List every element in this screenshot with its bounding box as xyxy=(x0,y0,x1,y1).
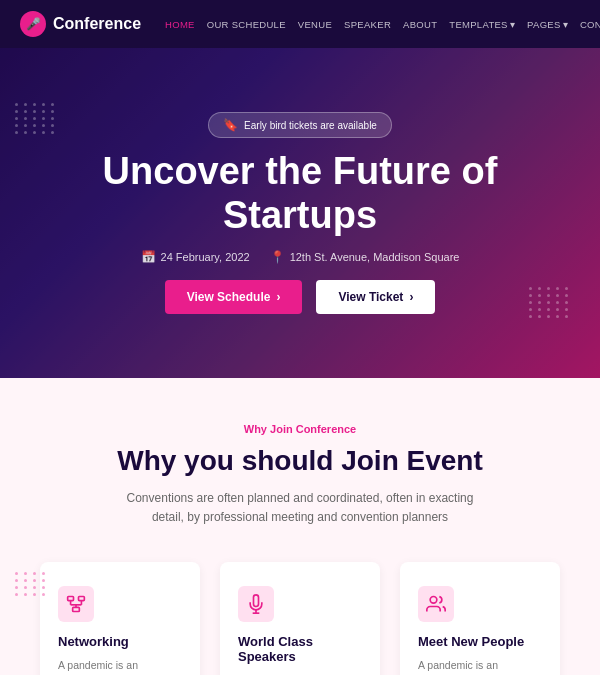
hero-section: 🔖 Early bird tickets are available Uncov… xyxy=(0,48,600,378)
badge-dot-icon: 🔖 xyxy=(223,118,238,132)
hero-location: 📍 12th St. Avenue, Maddison Square xyxy=(270,250,460,264)
nav-home[interactable]: HOME xyxy=(165,19,195,30)
svg-rect-2 xyxy=(73,608,80,612)
hero-location-text: 12th St. Avenue, Maddison Square xyxy=(290,251,460,263)
nav-about[interactable]: ABOUT xyxy=(403,19,437,30)
hero-date: 📅 24 February, 2022 xyxy=(141,250,250,264)
hero-title: Uncover the Future of Startups xyxy=(80,150,520,237)
feature-card-speakers: World Class Speakers A pandemic is an ep… xyxy=(220,562,380,675)
nav-pages[interactable]: PAGES ▾ xyxy=(527,19,568,30)
card-title-speakers: World Class Speakers xyxy=(238,634,362,664)
nav-schedule[interactable]: OUR SCHEDULE xyxy=(207,19,286,30)
section-dots-left xyxy=(15,572,47,596)
hero-dots-right xyxy=(529,287,570,318)
brand-name: Conference xyxy=(53,15,141,33)
hero-dots-left xyxy=(15,103,56,134)
nav-venue[interactable]: VENUE xyxy=(298,19,332,30)
nav-contact[interactable]: CONTACT xyxy=(580,19,600,30)
hero-meta: 📅 24 February, 2022 📍 12th St. Avenue, M… xyxy=(141,250,460,264)
hero-date-text: 24 February, 2022 xyxy=(161,251,250,263)
card-title-networking: Networking xyxy=(58,634,182,649)
card-title-people: Meet New People xyxy=(418,634,542,649)
why-title: Why you should Join Event xyxy=(40,445,560,477)
feature-cards-row: Networking A pandemic is an epidemic occ… xyxy=(40,562,560,675)
feature-card-networking: Networking A pandemic is an epidemic occ… xyxy=(40,562,200,675)
hero-buttons: View Schedule › View Ticket › xyxy=(165,280,436,314)
badge-text: Early bird tickets are available xyxy=(244,120,377,131)
people-icon xyxy=(418,586,454,622)
why-subtitle: Why Join Conference xyxy=(40,423,560,435)
networking-icon xyxy=(58,586,94,622)
location-icon: 📍 xyxy=(270,250,285,264)
nav-speaker[interactable]: SPEAKER xyxy=(344,19,391,30)
brand-icon: 🎤 xyxy=(20,11,46,37)
nav-templates[interactable]: TEMPLATES ▾ xyxy=(449,19,515,30)
svg-rect-1 xyxy=(79,597,85,601)
svg-point-9 xyxy=(430,597,437,604)
brand-logo[interactable]: 🎤 Conference xyxy=(20,11,141,37)
card-desc-people: A pandemic is an epidemic occurring on a… xyxy=(418,657,542,675)
why-desc: Conventions are often planned and coordi… xyxy=(110,489,490,527)
speakers-icon xyxy=(238,586,274,622)
view-schedule-button[interactable]: View Schedule › xyxy=(165,280,303,314)
nav-links: HOME OUR SCHEDULE VENUE SPEAKER ABOUT TE… xyxy=(165,19,600,30)
early-bird-badge: 🔖 Early bird tickets are available xyxy=(208,112,392,138)
hero-content: 🔖 Early bird tickets are available Uncov… xyxy=(80,112,520,313)
why-section: Why Join Conference Why you should Join … xyxy=(0,378,600,675)
view-ticket-button[interactable]: View Ticket › xyxy=(316,280,435,314)
svg-rect-0 xyxy=(68,597,74,601)
navbar: 🎤 Conference HOME OUR SCHEDULE VENUE SPE… xyxy=(0,0,600,48)
card-desc-networking: A pandemic is an epidemic occurring on a… xyxy=(58,657,182,675)
feature-card-people: Meet New People A pandemic is an epidemi… xyxy=(400,562,560,675)
calendar-icon: 📅 xyxy=(141,250,156,264)
